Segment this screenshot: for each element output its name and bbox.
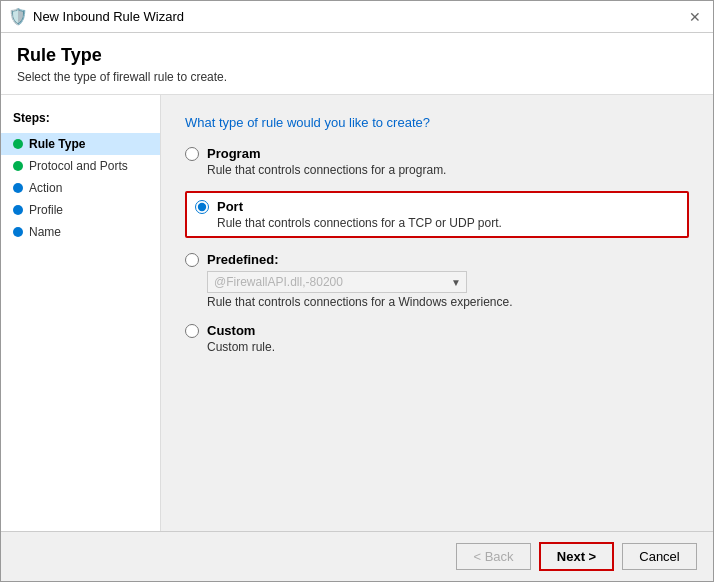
close-button[interactable]: ✕: [685, 7, 705, 27]
option-port-header: Port: [195, 199, 679, 214]
sidebar-label-protocol-ports: Protocol and Ports: [29, 159, 128, 173]
cancel-button[interactable]: Cancel: [622, 543, 697, 570]
page-header: Rule Type Select the type of firewall ru…: [1, 33, 713, 95]
label-predefined[interactable]: Predefined:: [207, 252, 279, 267]
sidebar-item-protocol-ports[interactable]: Protocol and Ports: [1, 155, 160, 177]
label-custom[interactable]: Custom: [207, 323, 255, 338]
label-port[interactable]: Port: [217, 199, 243, 214]
dot-name: [13, 227, 23, 237]
sidebar-item-action[interactable]: Action: [1, 177, 160, 199]
window-icon: 🛡️: [9, 8, 27, 26]
desc-program: Rule that controls connections for a pro…: [207, 163, 689, 177]
option-custom-header: Custom: [185, 323, 689, 338]
sidebar-label-profile: Profile: [29, 203, 63, 217]
option-predefined: Predefined: @FirewallAPI.dll,-80200 ▼ Ru…: [185, 252, 689, 309]
option-predefined-header: Predefined:: [185, 252, 689, 267]
next-button[interactable]: Next >: [539, 542, 614, 571]
radio-custom[interactable]: [185, 324, 199, 338]
predefined-dropdown: @FirewallAPI.dll,-80200 ▼: [207, 271, 689, 293]
label-program[interactable]: Program: [207, 146, 260, 161]
option-program-header: Program: [185, 146, 689, 161]
title-bar: 🛡️ New Inbound Rule Wizard ✕: [1, 1, 713, 33]
radio-port[interactable]: [195, 200, 209, 214]
desc-port: Rule that controls connections for a TCP…: [217, 216, 679, 230]
wizard-window: 🛡️ New Inbound Rule Wizard ✕ Rule Type S…: [0, 0, 714, 582]
title-bar-left: 🛡️ New Inbound Rule Wizard: [9, 8, 184, 26]
select-wrapper: @FirewallAPI.dll,-80200 ▼: [207, 271, 467, 293]
sidebar-item-name[interactable]: Name: [1, 221, 160, 243]
option-program: Program Rule that controls connections f…: [185, 146, 689, 177]
predefined-select[interactable]: @FirewallAPI.dll,-80200: [207, 271, 467, 293]
question-text: What type of rule would you like to crea…: [185, 115, 689, 130]
desc-custom: Custom rule.: [207, 340, 689, 354]
sidebar-label-name: Name: [29, 225, 61, 239]
option-group: Program Rule that controls connections f…: [185, 146, 689, 354]
dot-profile: [13, 205, 23, 215]
option-custom: Custom Custom rule.: [185, 323, 689, 354]
page-title: Rule Type: [17, 45, 697, 66]
option-port: Port Rule that controls connections for …: [185, 191, 689, 238]
sidebar: Steps: Rule Type Protocol and Ports Acti…: [1, 95, 161, 531]
desc-predefined: Rule that controls connections for a Win…: [207, 295, 689, 309]
radio-predefined[interactable]: [185, 253, 199, 267]
sidebar-item-profile[interactable]: Profile: [1, 199, 160, 221]
radio-program[interactable]: [185, 147, 199, 161]
sidebar-title: Steps:: [1, 107, 160, 133]
sidebar-item-rule-type[interactable]: Rule Type: [1, 133, 160, 155]
sidebar-label-rule-type: Rule Type: [29, 137, 85, 151]
sidebar-label-action: Action: [29, 181, 62, 195]
footer: < Back Next > Cancel: [1, 531, 713, 581]
main-content: What type of rule would you like to crea…: [161, 95, 713, 531]
content-area: Steps: Rule Type Protocol and Ports Acti…: [1, 95, 713, 531]
page-subtitle: Select the type of firewall rule to crea…: [17, 70, 697, 84]
dot-protocol-ports: [13, 161, 23, 171]
dot-rule-type: [13, 139, 23, 149]
back-button[interactable]: < Back: [456, 543, 531, 570]
dot-action: [13, 183, 23, 193]
window-title: New Inbound Rule Wizard: [33, 9, 184, 24]
